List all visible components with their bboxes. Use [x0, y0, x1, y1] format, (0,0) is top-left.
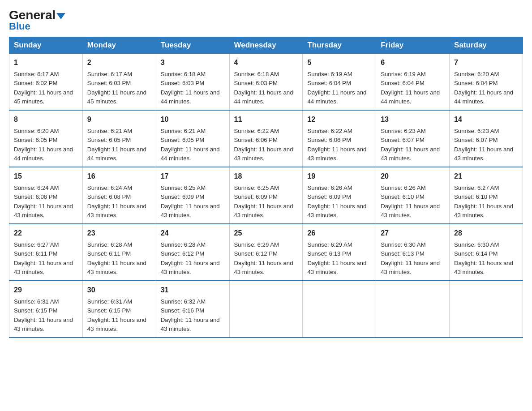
day-number: 7 — [454, 57, 518, 68]
calendar-cell — [376, 281, 450, 338]
day-info: Sunrise: 6:17 AMSunset: 6:02 PMDaylight:… — [14, 71, 73, 105]
day-info: Sunrise: 6:17 AMSunset: 6:03 PMDaylight:… — [87, 71, 146, 105]
calendar-cell — [450, 281, 523, 338]
day-info: Sunrise: 6:19 AMSunset: 6:04 PMDaylight:… — [307, 71, 366, 105]
day-info: Sunrise: 6:23 AMSunset: 6:07 PMDaylight:… — [381, 128, 440, 162]
day-number: 1 — [14, 57, 78, 68]
day-number: 9 — [87, 114, 151, 125]
day-number: 19 — [307, 171, 371, 182]
header-day-tuesday: Tuesday — [156, 37, 229, 54]
calendar-cell: 16 Sunrise: 6:24 AMSunset: 6:08 PMDaylig… — [82, 167, 156, 224]
logo-triangle-icon — [56, 13, 65, 19]
calendar-cell: 15 Sunrise: 6:24 AMSunset: 6:08 PMDaylig… — [9, 167, 83, 224]
calendar-cell: 17 Sunrise: 6:25 AMSunset: 6:09 PMDaylig… — [156, 167, 229, 224]
calendar-cell: 10 Sunrise: 6:21 AMSunset: 6:05 PMDaylig… — [156, 110, 229, 167]
calendar-cell: 28 Sunrise: 6:30 AMSunset: 6:14 PMDaylig… — [450, 224, 523, 281]
calendar-table: SundayMondayTuesdayWednesdayThursdayFrid… — [9, 37, 523, 338]
logo-blue: Blue — [9, 21, 30, 32]
day-info: Sunrise: 6:28 AMSunset: 6:12 PMDaylight:… — [161, 241, 220, 275]
calendar-cell: 22 Sunrise: 6:27 AMSunset: 6:11 PMDaylig… — [9, 224, 83, 281]
day-number: 22 — [14, 228, 78, 239]
calendar-cell: 7 Sunrise: 6:20 AMSunset: 6:04 PMDayligh… — [450, 54, 523, 111]
logo-general: General — [9, 9, 65, 21]
day-info: Sunrise: 6:24 AMSunset: 6:08 PMDaylight:… — [14, 184, 73, 218]
day-number: 25 — [234, 228, 298, 239]
day-number: 2 — [87, 57, 151, 68]
day-info: Sunrise: 6:31 AMSunset: 6:15 PMDaylight:… — [14, 298, 73, 332]
day-number: 24 — [161, 228, 225, 239]
page-header: General Blue — [9, 9, 523, 32]
calendar-cell: 20 Sunrise: 6:26 AMSunset: 6:10 PMDaylig… — [376, 167, 450, 224]
header-day-wednesday: Wednesday — [229, 37, 303, 54]
calendar-cell: 2 Sunrise: 6:17 AMSunset: 6:03 PMDayligh… — [82, 54, 156, 111]
calendar-cell — [303, 281, 376, 338]
day-number: 13 — [381, 114, 445, 125]
day-number: 5 — [307, 57, 371, 68]
logo: General Blue — [9, 9, 65, 32]
day-info: Sunrise: 6:20 AMSunset: 6:05 PMDaylight:… — [14, 128, 73, 162]
header-day-sunday: Sunday — [9, 37, 83, 54]
day-number: 8 — [14, 114, 78, 125]
day-number: 30 — [87, 285, 151, 295]
calendar-cell: 6 Sunrise: 6:19 AMSunset: 6:04 PMDayligh… — [376, 54, 450, 111]
day-number: 16 — [87, 171, 151, 182]
day-number: 26 — [307, 228, 371, 239]
day-info: Sunrise: 6:18 AMSunset: 6:03 PMDaylight:… — [234, 71, 293, 105]
calendar-cell: 29 Sunrise: 6:31 AMSunset: 6:15 PMDaylig… — [9, 281, 83, 338]
calendar-cell: 3 Sunrise: 6:18 AMSunset: 6:03 PMDayligh… — [156, 54, 229, 111]
day-info: Sunrise: 6:27 AMSunset: 6:10 PMDaylight:… — [454, 184, 513, 218]
calendar-cell: 31 Sunrise: 6:32 AMSunset: 6:16 PMDaylig… — [156, 281, 229, 338]
calendar-cell: 30 Sunrise: 6:31 AMSunset: 6:15 PMDaylig… — [82, 281, 156, 338]
day-info: Sunrise: 6:32 AMSunset: 6:16 PMDaylight:… — [161, 298, 220, 332]
day-info: Sunrise: 6:31 AMSunset: 6:15 PMDaylight:… — [87, 298, 146, 332]
calendar-header-row: SundayMondayTuesdayWednesdayThursdayFrid… — [9, 37, 523, 54]
calendar-cell: 23 Sunrise: 6:28 AMSunset: 6:11 PMDaylig… — [82, 224, 156, 281]
calendar-cell: 13 Sunrise: 6:23 AMSunset: 6:07 PMDaylig… — [376, 110, 450, 167]
calendar-cell: 12 Sunrise: 6:22 AMSunset: 6:06 PMDaylig… — [303, 110, 376, 167]
day-number: 31 — [161, 285, 225, 295]
calendar-cell: 4 Sunrise: 6:18 AMSunset: 6:03 PMDayligh… — [229, 54, 303, 111]
day-info: Sunrise: 6:30 AMSunset: 6:13 PMDaylight:… — [381, 241, 440, 275]
day-number: 29 — [14, 285, 78, 295]
day-number: 27 — [381, 228, 445, 239]
day-number: 11 — [234, 114, 298, 125]
header-day-monday: Monday — [82, 37, 156, 54]
day-info: Sunrise: 6:28 AMSunset: 6:11 PMDaylight:… — [87, 241, 146, 275]
header-day-thursday: Thursday — [303, 37, 376, 54]
calendar-week-row: 22 Sunrise: 6:27 AMSunset: 6:11 PMDaylig… — [9, 224, 523, 281]
day-number: 23 — [87, 228, 151, 239]
day-info: Sunrise: 6:26 AMSunset: 6:09 PMDaylight:… — [307, 184, 366, 218]
calendar-week-row: 1 Sunrise: 6:17 AMSunset: 6:02 PMDayligh… — [9, 54, 523, 111]
day-number: 20 — [381, 171, 445, 182]
day-number: 15 — [14, 171, 78, 182]
calendar-cell: 19 Sunrise: 6:26 AMSunset: 6:09 PMDaylig… — [303, 167, 376, 224]
day-number: 14 — [454, 114, 518, 125]
header-day-saturday: Saturday — [450, 37, 523, 54]
day-info: Sunrise: 6:25 AMSunset: 6:09 PMDaylight:… — [161, 184, 220, 218]
calendar-cell: 9 Sunrise: 6:21 AMSunset: 6:05 PMDayligh… — [82, 110, 156, 167]
calendar-cell: 24 Sunrise: 6:28 AMSunset: 6:12 PMDaylig… — [156, 224, 229, 281]
calendar-cell: 26 Sunrise: 6:29 AMSunset: 6:13 PMDaylig… — [303, 224, 376, 281]
calendar-cell — [229, 281, 303, 338]
calendar-cell: 5 Sunrise: 6:19 AMSunset: 6:04 PMDayligh… — [303, 54, 376, 111]
day-info: Sunrise: 6:18 AMSunset: 6:03 PMDaylight:… — [161, 71, 220, 105]
day-info: Sunrise: 6:22 AMSunset: 6:06 PMDaylight:… — [234, 128, 293, 162]
day-info: Sunrise: 6:29 AMSunset: 6:12 PMDaylight:… — [234, 241, 293, 275]
calendar-cell: 18 Sunrise: 6:25 AMSunset: 6:09 PMDaylig… — [229, 167, 303, 224]
day-info: Sunrise: 6:22 AMSunset: 6:06 PMDaylight:… — [307, 128, 366, 162]
day-info: Sunrise: 6:23 AMSunset: 6:07 PMDaylight:… — [454, 128, 513, 162]
day-number: 3 — [161, 57, 225, 68]
day-info: Sunrise: 6:27 AMSunset: 6:11 PMDaylight:… — [14, 241, 73, 275]
day-info: Sunrise: 6:25 AMSunset: 6:09 PMDaylight:… — [234, 184, 293, 218]
calendar-cell: 21 Sunrise: 6:27 AMSunset: 6:10 PMDaylig… — [450, 167, 523, 224]
day-number: 28 — [454, 228, 518, 239]
day-number: 21 — [454, 171, 518, 182]
day-info: Sunrise: 6:21 AMSunset: 6:05 PMDaylight:… — [87, 128, 146, 162]
calendar-cell: 11 Sunrise: 6:22 AMSunset: 6:06 PMDaylig… — [229, 110, 303, 167]
calendar-week-row: 8 Sunrise: 6:20 AMSunset: 6:05 PMDayligh… — [9, 110, 523, 167]
calendar-cell: 27 Sunrise: 6:30 AMSunset: 6:13 PMDaylig… — [376, 224, 450, 281]
day-number: 17 — [161, 171, 225, 182]
day-number: 12 — [307, 114, 371, 125]
day-info: Sunrise: 6:24 AMSunset: 6:08 PMDaylight:… — [87, 184, 146, 218]
calendar-cell: 8 Sunrise: 6:20 AMSunset: 6:05 PMDayligh… — [9, 110, 83, 167]
